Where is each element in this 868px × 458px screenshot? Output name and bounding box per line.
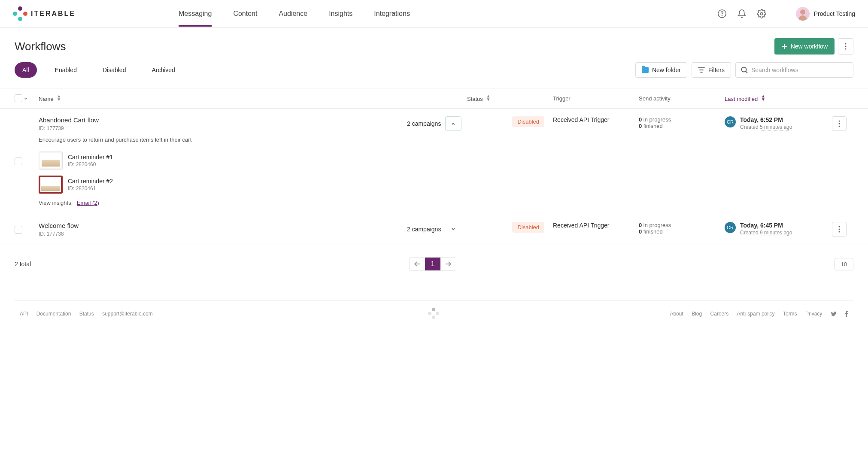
modified-created: Created 5 minutes ago — [740, 124, 792, 130]
trigger-cell: Received API Trigger — [553, 116, 639, 206]
nav-audience[interactable]: Audience — [279, 1, 307, 26]
svg-point-9 — [839, 123, 840, 124]
main-nav: Messaging Content Audience Insights Inte… — [179, 1, 410, 26]
campaign-thumbnail — [39, 152, 63, 170]
footer-docs[interactable]: Documentation — [36, 311, 71, 317]
page-title: Workflows — [15, 40, 66, 53]
new-workflow-button[interactable]: New workflow — [774, 38, 835, 55]
chevron-down-icon — [451, 227, 456, 232]
select-all-checkbox[interactable] — [15, 94, 28, 102]
page-1-button[interactable]: 1 — [425, 258, 440, 270]
row-more-button[interactable] — [832, 116, 847, 131]
kebab-icon — [845, 43, 847, 50]
search-icon — [741, 67, 748, 73]
nav-integrations[interactable]: Integrations — [374, 1, 410, 26]
trigger-cell: Received API Trigger — [553, 222, 639, 237]
page-header: Workflows New workflow — [0, 28, 868, 62]
campaign-thumbnail — [39, 176, 63, 194]
chevron-down-icon — [23, 96, 28, 101]
sort-icon: ▲▼ — [486, 94, 490, 101]
modified-created: Created 9 minutes ago — [740, 230, 792, 236]
footer-careers[interactable]: Careers — [710, 311, 729, 317]
user-badge: CR — [725, 222, 736, 233]
footer-api[interactable]: API — [20, 311, 28, 317]
nav-content[interactable]: Content — [233, 1, 257, 26]
campaign-name: Cart reminder #2 — [68, 178, 113, 185]
facebook-icon[interactable] — [845, 311, 848, 317]
row-checkbox[interactable] — [15, 226, 22, 234]
logo-mark-icon — [13, 6, 27, 21]
nav-insights[interactable]: Insights — [329, 1, 352, 26]
footer-about[interactable]: About — [670, 311, 683, 317]
footer-blog[interactable]: Blog — [692, 311, 702, 317]
twitter-icon[interactable] — [831, 311, 837, 317]
bell-icon[interactable] — [737, 9, 747, 18]
modified-time: Today, 6:52 PM — [740, 116, 792, 123]
activity-cell: 0 in progress 0 finished — [639, 222, 725, 237]
sort-icon: ▲▼ — [57, 94, 61, 101]
logo[interactable]: ITERABLE — [13, 6, 76, 21]
svg-point-4 — [845, 43, 847, 45]
gear-icon[interactable] — [757, 9, 766, 18]
collapse-button[interactable] — [445, 116, 461, 131]
divider — [781, 3, 781, 24]
search-box[interactable] — [735, 62, 853, 78]
tab-enabled[interactable]: Enabled — [47, 62, 85, 78]
table-header: Name ▲▼ Status ▲▼ Trigger Send activity … — [0, 88, 868, 109]
footer-antispam[interactable]: Anti-spam policy — [737, 311, 775, 317]
tab-archived[interactable]: Archived — [144, 62, 182, 78]
workflow-name[interactable]: Abandoned Cart flow — [39, 116, 467, 124]
row-more-button[interactable] — [832, 222, 847, 237]
status-badge: Disabled — [512, 222, 544, 233]
footer-privacy[interactable]: Privacy — [805, 311, 822, 317]
workflow-description: Encourage users to return and purchase i… — [39, 136, 467, 143]
next-page-button[interactable] — [440, 258, 456, 270]
arrow-left-icon — [414, 261, 421, 267]
user-menu[interactable]: Product Testing — [796, 7, 855, 21]
svg-point-11 — [839, 226, 840, 227]
tab-disabled[interactable]: Disabled — [95, 62, 134, 78]
new-folder-button[interactable]: New folder — [635, 62, 687, 78]
footer-support[interactable]: support@iterable.com — [102, 311, 153, 317]
footer-status[interactable]: Status — [79, 311, 94, 317]
workflow-id: ID: 177739 — [39, 125, 467, 131]
campaign-count: 2 campaigns — [407, 120, 441, 127]
user-name: Product Testing — [814, 10, 855, 17]
column-modified[interactable]: Last modified ▲▼ — [725, 94, 832, 102]
insights-line: View insights: Email (2) — [39, 200, 467, 206]
folder-icon — [642, 67, 649, 73]
prev-page-button[interactable] — [410, 258, 425, 270]
expand-button[interactable] — [445, 222, 461, 237]
logo-text: ITERABLE — [31, 10, 76, 18]
tab-all[interactable]: All — [15, 62, 37, 78]
plus-icon — [781, 43, 787, 49]
help-icon[interactable] — [717, 9, 727, 18]
more-actions-button[interactable] — [838, 38, 853, 55]
column-trigger: Trigger — [553, 95, 639, 102]
column-status[interactable]: Status ▲▼ — [467, 94, 553, 102]
campaign-item[interactable]: Cart reminder #2 ID: 2820461 — [39, 176, 467, 194]
column-name[interactable]: Name ▲▼ — [39, 94, 467, 102]
workflow-name[interactable]: Welcome flow — [39, 222, 467, 229]
avatar — [796, 7, 810, 21]
page-size-select[interactable]: 10 — [835, 258, 853, 270]
modified-time: Today, 6:45 PM — [740, 222, 792, 229]
kebab-icon — [838, 120, 840, 127]
campaign-item[interactable]: Cart reminder #1 ID: 2820460 — [39, 152, 467, 170]
kebab-icon — [838, 226, 840, 233]
filters-button[interactable]: Filters — [692, 62, 731, 78]
campaign-id: ID: 2820460 — [68, 161, 113, 167]
campaign-list: Cart reminder #1 ID: 2820460 Cart remind… — [39, 152, 467, 194]
sort-icon: ▲▼ — [761, 94, 765, 101]
status-tabs: All Enabled Disabled Archived — [15, 62, 183, 78]
column-activity: Send activity — [639, 95, 725, 102]
search-input[interactable] — [751, 67, 848, 73]
chevron-up-icon — [451, 121, 456, 126]
nav-messaging[interactable]: Messaging — [179, 1, 212, 26]
row-checkbox[interactable] — [15, 158, 22, 165]
footer-logo — [428, 308, 440, 320]
campaign-count: 2 campaigns — [407, 226, 441, 233]
footer-terms[interactable]: Terms — [783, 311, 797, 317]
insights-email-link[interactable]: Email (2) — [77, 200, 99, 206]
table-row: Welcome flow ID: 177738 2 campaigns Disa… — [0, 214, 868, 245]
